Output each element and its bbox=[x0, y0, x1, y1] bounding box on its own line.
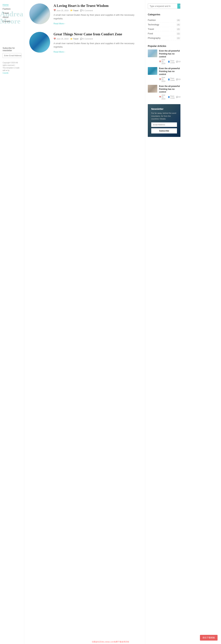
watermark-text: 仿图@社区bbs.xieiao.com免费下载使用历程 bbox=[92, 640, 129, 643]
popular-comments: 💬 19 bbox=[176, 96, 180, 98]
comment-icon: 💬 bbox=[80, 38, 83, 40]
article-meta: 📅 June 25, 2019 📁 Travel 💬 5 Comment bbox=[54, 9, 140, 12]
article-image-travel1 bbox=[29, 4, 50, 24]
left-sidebar: Andrea Moore Home Fashion Travel About C… bbox=[0, 0, 24, 644]
calendar-icon: 📅 bbox=[54, 9, 56, 12]
article-body: A Loving Heart is the Truest Wisdom 📅 Ju… bbox=[54, 4, 140, 25]
article-title[interactable]: A Loving Heart is the Truest Wisdom bbox=[54, 4, 140, 8]
article-excerpt: A small river named Duden flows by their… bbox=[54, 13, 140, 20]
main-nav: Home Fashion Travel About Contact bbox=[3, 4, 22, 23]
category-name[interactable]: Photography bbox=[148, 37, 161, 39]
search-button[interactable]: 🔍 bbox=[177, 4, 180, 8]
search-icon: 🔍 bbox=[179, 5, 180, 8]
subscribe-label: Subscribe for newsletter bbox=[3, 47, 22, 52]
newsletter-subscribe-button[interactable]: Subscribe bbox=[151, 128, 177, 134]
category-list: Fashion (4) Technology (4) Travel (2) Fo… bbox=[148, 18, 180, 40]
popular-img-bg2 bbox=[148, 67, 157, 75]
popular-author: 👤 Dave Lewis bbox=[168, 95, 175, 99]
article-image-travel2 bbox=[29, 32, 50, 52]
newsletter-email-input[interactable] bbox=[151, 122, 177, 127]
main-content: A Loving Heart is the Truest Wisdom 📅 Ju… bbox=[24, 0, 145, 644]
popular-article-title[interactable]: Even the all-powerful Pointing has no co… bbox=[159, 50, 180, 58]
calendar-icon: 📅 bbox=[159, 61, 161, 62]
colorlib-link[interactable]: Colorlib bbox=[3, 72, 9, 74]
nav-home[interactable]: Home bbox=[3, 4, 9, 6]
popular-comments: 💬 19 bbox=[176, 61, 180, 62]
popular-article-meta: 📅 June 28, 2019 👤 Dave Lewis 💬 19 bbox=[159, 59, 180, 64]
category-name[interactable]: Travel bbox=[148, 28, 154, 30]
article-category[interactable]: 📁 Travel bbox=[70, 38, 78, 40]
article-excerpt: A small river named Duden flows by their… bbox=[54, 42, 140, 49]
popular-date: 📅 June 28, 2019 bbox=[159, 59, 166, 64]
popular-article-info: Even the all-powerful Pointing has no co… bbox=[159, 50, 180, 64]
calendar-icon: 📅 bbox=[159, 78, 161, 80]
categories-section: Categories Fashion (4) Technology (4) Tr… bbox=[148, 13, 180, 40]
nav-travel[interactable]: Travel bbox=[3, 12, 9, 14]
popular-article-item: Even the all-powerful Pointing has no co… bbox=[148, 85, 180, 100]
subscribe-email-input[interactable] bbox=[3, 53, 22, 58]
article-date: 📅 June 25, 2019 bbox=[54, 9, 69, 12]
newsletter-description: Far far away, behind the word mountains,… bbox=[151, 112, 177, 120]
newsletter-box: Newsletter Far far away, behind the word… bbox=[148, 104, 180, 137]
popular-article-item: Even the all-powerful Pointing has no co… bbox=[148, 50, 180, 64]
calendar-icon: 📅 bbox=[159, 96, 161, 98]
copyright-text: Copyright ©2024 All rights reserved | Th… bbox=[3, 62, 22, 74]
comment-icon: 💬 bbox=[176, 96, 178, 98]
comment-icon: 💬 bbox=[176, 61, 178, 62]
popular-author: 👤 Dave Lewis bbox=[168, 78, 175, 81]
popular-article-thumbnail bbox=[148, 50, 157, 57]
comment-icon: 💬 bbox=[176, 78, 178, 80]
category-count: (1) bbox=[176, 37, 180, 39]
nav-about[interactable]: About bbox=[3, 16, 9, 18]
read-more-link[interactable]: Read More › bbox=[54, 22, 65, 25]
popular-article-thumbnail bbox=[148, 85, 157, 92]
category-name[interactable]: Fashion bbox=[148, 19, 156, 22]
article-comments: 💬 5 Comment bbox=[80, 38, 93, 40]
folder-icon: 📁 bbox=[70, 38, 73, 40]
read-more-link[interactable]: Read More › bbox=[54, 51, 65, 53]
popular-date: 📅 June 28, 2019 bbox=[159, 94, 166, 100]
category-item: Food (1) bbox=[148, 32, 180, 36]
right-sidebar: 🔍 Categories Fashion (4) Technology (4) … bbox=[145, 0, 183, 644]
popular-article-title[interactable]: Even the all-powerful Pointing has no co… bbox=[159, 85, 180, 94]
category-item: Fashion (4) bbox=[148, 18, 180, 22]
categories-title: Categories bbox=[148, 13, 180, 16]
category-count: (4) bbox=[176, 19, 180, 22]
search-box: 🔍 bbox=[148, 4, 180, 9]
user-icon: 👤 bbox=[168, 96, 170, 98]
folder-icon: 📁 bbox=[70, 9, 73, 12]
article-thumbnail bbox=[29, 32, 50, 52]
article-title[interactable]: Great Things Never Came from Comfort Zon… bbox=[54, 32, 140, 36]
category-name[interactable]: Food bbox=[148, 32, 153, 35]
article-comments: 💬 5 Comment bbox=[80, 9, 93, 12]
newsletter-title: Newsletter bbox=[151, 108, 177, 110]
popular-article-meta: 📅 June 28, 2019 👤 Dave Lewis 💬 19 bbox=[159, 76, 180, 82]
article-meta: 📅 June 25, 2019 📁 Travel 💬 5 Comment bbox=[54, 38, 140, 40]
user-icon: 👤 bbox=[168, 61, 170, 62]
popular-img-bg1 bbox=[148, 50, 157, 57]
popular-img-bg3 bbox=[148, 85, 157, 92]
comment-icon: 💬 bbox=[80, 9, 83, 12]
popular-article-thumbnail bbox=[148, 67, 157, 75]
popular-articles-section: Popular Articles Even the all-powerful P… bbox=[148, 45, 180, 100]
nav-contact[interactable]: Contact bbox=[3, 20, 10, 22]
category-name[interactable]: Technology bbox=[148, 23, 159, 26]
search-input[interactable] bbox=[148, 4, 177, 8]
article-thumbnail bbox=[29, 4, 50, 24]
subscribe-input-wrap: ➤ bbox=[3, 53, 22, 58]
category-item: Photography (1) bbox=[148, 36, 180, 40]
newsletter-content: Newsletter Far far away, behind the word… bbox=[151, 108, 177, 134]
article-card: Great Things Never Came from Comfort Zon… bbox=[29, 32, 140, 54]
popular-articles-title: Popular Articles bbox=[148, 45, 180, 48]
article-body: Great Things Never Came from Comfort Zon… bbox=[54, 32, 140, 54]
popular-article-meta: 📅 June 28, 2019 👤 Dave Lewis 💬 19 bbox=[159, 94, 180, 100]
category-item: Technology (4) bbox=[148, 22, 180, 27]
category-count: (2) bbox=[176, 28, 180, 30]
download-banner[interactable]: 前往下载模板 bbox=[200, 635, 217, 640]
category-count: (4) bbox=[176, 24, 180, 26]
popular-article-title[interactable]: Even the all-powerful Pointing has no co… bbox=[159, 67, 180, 76]
popular-article-info: Even the all-powerful Pointing has no co… bbox=[159, 67, 180, 82]
category-count: (1) bbox=[176, 32, 180, 35]
article-category[interactable]: 📁 Travel bbox=[70, 9, 78, 12]
nav-fashion[interactable]: Fashion bbox=[3, 8, 11, 10]
